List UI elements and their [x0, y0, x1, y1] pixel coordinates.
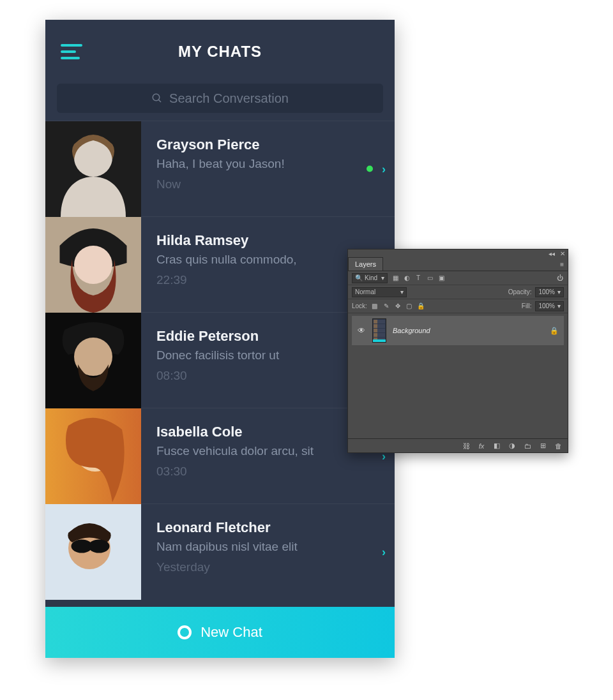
tab-layers[interactable]: Layers [348, 257, 383, 271]
chat-time: 03:30 [156, 465, 383, 479]
new-chat-button[interactable]: New Chat [45, 607, 395, 658]
chat-body: Leonard Fletcher Nam dapibus nisl vitae … [141, 504, 395, 599]
panel-menu-icon[interactable]: ≡ [556, 258, 568, 271]
opacity-label: Opacity: [508, 288, 532, 295]
filter-toggle-icon[interactable]: ⏻ [556, 274, 564, 282]
layer-fx-icon[interactable]: fx [477, 442, 486, 451]
svg-point-5 [74, 246, 112, 284]
chat-app: MY CHATS Search Conversation Grayson Pie… [45, 20, 395, 658]
chat-header: MY CHATS [45, 20, 395, 84]
new-chat-label: New Chat [201, 624, 262, 641]
chat-name: Hilda Ramsey [156, 232, 383, 249]
lock-all-icon[interactable]: 🔒 [417, 302, 425, 310]
filter-pixel-icon[interactable]: ▦ [391, 274, 399, 282]
chat-row[interactable]: Leonard Fletcher Nam dapibus nisl vitae … [45, 503, 395, 599]
blend-row: Normal▾ Opacity: 100%▾ [348, 285, 568, 299]
lock-row: Lock: ▩ ✎ ✥ ▢ 🔒 Fill: 100%▾ [348, 299, 568, 313]
close-icon[interactable]: ✕ [560, 250, 565, 257]
chat-name: Grayson Pierce [156, 137, 383, 153]
layers-panel: ◂◂ ✕ Layers ≡ 🔍Kind▾ ▦ ◐ T ▭ ▣ ⏻ Normal▾… [347, 249, 568, 453]
fill-input[interactable]: 100%▾ [535, 301, 564, 311]
filter-smart-icon[interactable]: ▣ [437, 274, 445, 282]
chat-row[interactable]: Eddie Peterson Donec facilisis tortor ut… [45, 312, 395, 408]
layer-mask-icon[interactable]: ◧ [492, 442, 501, 451]
visibility-toggle-icon[interactable]: 👁 [357, 326, 366, 335]
filter-type-icon[interactable]: T [414, 274, 422, 282]
avatar [45, 408, 141, 504]
search-input[interactable]: Search Conversation [57, 84, 383, 113]
lock-pixels-icon[interactable]: ✎ [382, 302, 390, 310]
chat-message: Nam dapibus nisl vitae elit [156, 540, 383, 554]
page-title: MY CHATS [61, 43, 379, 61]
lock-icon[interactable]: 🔒 [550, 327, 559, 335]
delete-layer-icon[interactable]: 🗑 [554, 442, 563, 451]
collapse-icon[interactable]: ◂◂ [549, 250, 555, 257]
layer-name: Background [393, 327, 543, 334]
chat-bubble-icon [178, 625, 192, 639]
chat-name: Leonard Fletcher [156, 519, 383, 536]
fill-label: Fill: [522, 302, 532, 309]
chevron-right-icon[interactable]: › [382, 545, 386, 558]
lock-transparent-icon[interactable]: ▩ [371, 302, 379, 310]
svg-line-1 [158, 100, 161, 102]
filter-adjust-icon[interactable]: ◐ [403, 274, 411, 282]
link-layers-icon[interactable]: ⛓ [462, 442, 471, 451]
chat-time: Yesterday [156, 560, 383, 574]
svg-rect-14 [91, 544, 96, 547]
avatar [45, 121, 141, 217]
panel-footer: ⛓ fx ◧ ◑ 🗀 ⊞ 🗑 [348, 438, 568, 452]
chat-row[interactable]: Grayson Pierce Haha, I beat you Jason! N… [45, 121, 395, 216]
filter-kind-select[interactable]: 🔍Kind▾ [352, 273, 388, 283]
panel-window-controls: ◂◂ ✕ [348, 249, 568, 257]
chat-time: Now [156, 177, 383, 191]
search-icon [151, 93, 163, 104]
avatar [45, 217, 141, 313]
chat-row[interactable]: Hilda Ramsey Cras quis nulla commodo, 22… [45, 216, 395, 312]
lock-artboard-icon[interactable]: ▢ [405, 302, 413, 310]
layer-thumbnail [372, 318, 386, 343]
layers-list: 👁 Background 🔒 [348, 313, 568, 438]
chevron-right-icon[interactable]: › [382, 162, 386, 175]
chat-list: Grayson Pierce Haha, I beat you Jason! N… [45, 121, 395, 607]
chat-row[interactable]: Isabella Cole Fusce vehicula dolor arcu,… [45, 408, 395, 503]
filter-shape-icon[interactable]: ▭ [426, 274, 434, 282]
svg-point-0 [153, 94, 160, 101]
avatar [45, 504, 141, 600]
search-placeholder: Search Conversation [169, 91, 289, 106]
lock-position-icon[interactable]: ✥ [394, 302, 402, 310]
new-layer-icon[interactable]: ⊞ [538, 442, 547, 451]
group-icon[interactable]: 🗀 [523, 442, 532, 451]
lock-label: Lock: [352, 302, 367, 309]
online-status-dot [367, 166, 373, 172]
chat-body: Grayson Pierce Haha, I beat you Jason! N… [141, 121, 395, 216]
layer-item-background[interactable]: 👁 Background 🔒 [352, 316, 564, 345]
chat-message: Haha, I beat you Jason! [156, 157, 383, 171]
avatar [45, 313, 141, 408]
panel-tabs: Layers ≡ [348, 257, 568, 271]
opacity-input[interactable]: 100%▾ [535, 287, 564, 297]
layer-filter-row: 🔍Kind▾ ▦ ◐ T ▭ ▣ ⏻ [348, 271, 568, 285]
blend-mode-select[interactable]: Normal▾ [352, 287, 407, 297]
adjustment-layer-icon[interactable]: ◑ [508, 442, 517, 451]
